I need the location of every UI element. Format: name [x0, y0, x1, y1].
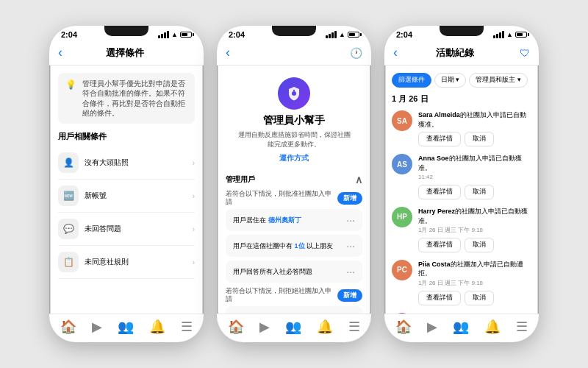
filter-btn-criteria[interactable]: 篩選條件 — [392, 73, 431, 88]
approve-header-text: 若符合以下情況，則批准社團加入申請 — [226, 190, 337, 206]
bottom-nav-home-1[interactable]: 🏠 — [60, 319, 76, 335]
filter-date-label: 日期 ▾ — [441, 76, 459, 85]
cancel-sara[interactable]: 取消 — [465, 132, 494, 146]
bottom-nav-menu-1[interactable]: ☰ — [181, 319, 193, 335]
date-section-label: 1 月 26 日 — [392, 93, 531, 105]
condition-label-photo: 沒有大頭貼照 — [85, 158, 193, 168]
assistant-icon — [278, 77, 310, 110]
wifi-icon-2: ▲ — [339, 31, 345, 38]
condition-label-newaccount: 新帳號 — [85, 191, 193, 201]
condition-icon-norules: 📋 — [58, 252, 79, 272]
activity-body-harry: Harry Perez的社團加入申請已自動獲准。1月 26 日 週三 下午 9:… — [418, 207, 531, 252]
bottom-nav-bell-1[interactable]: 🔔 — [149, 319, 165, 335]
reject-add-btn[interactable]: 新增 — [337, 289, 362, 302]
battery-icon-2 — [348, 32, 359, 38]
page-title-3: 活動紀錄 — [404, 46, 506, 60]
bottom-nav-play-1[interactable]: ▶ — [92, 319, 102, 335]
filter-criteria-label: 篩選條件 — [398, 76, 425, 85]
back-button-2[interactable]: ‹ — [226, 45, 230, 60]
condition-label-norules: 未同意社規則 — [85, 257, 193, 267]
back-button-3[interactable]: ‹ — [393, 45, 398, 60]
info-icon-1: 💡 — [65, 79, 76, 90]
rule-item-noanswer: 用戶尚未回答所有入社必答問題 ··· — [226, 306, 362, 314]
filter-admin-label: 管理員和版主 ▾ — [476, 76, 520, 85]
bottom-nav-bell-3[interactable]: 🔔 — [484, 319, 501, 335]
content-2: 管理員小幫手 運用自動反應措施節省時間，保證社團能完成更多動作。 運作方式 管理… — [217, 66, 371, 314]
rule-text-answer: 用戶回答所有入社必答問題 — [233, 267, 346, 277]
bottom-nav-groups-2[interactable]: 👥 — [285, 319, 301, 335]
filter-btn-admin[interactable]: 管理員和版主 ▾ — [469, 73, 527, 88]
view-detail-sara[interactable]: 查看詳情 — [418, 132, 461, 146]
activity-item-anna: AS Anna Soe的社團加入申請已自動獲准。11:42 查看詳情 取消 — [392, 154, 531, 199]
rule-menu-location[interactable]: ··· — [346, 214, 355, 226]
activity-body-sara: Sara Almeida的社團加入申請已自動獲准。 查看詳情 取消 — [418, 110, 531, 146]
page-title-1: 選擇條件 — [68, 46, 182, 60]
condition-item-photo[interactable]: 👤 沒有大頭貼照 › — [58, 146, 195, 180]
status-icons-3: ▲ — [493, 31, 527, 38]
nav-bar-1: ‹ 選擇條件 — [49, 40, 204, 66]
condition-icon-photo: 👤 — [58, 152, 79, 173]
section-toggle[interactable]: ∧ — [355, 174, 362, 185]
condition-icon-newaccount: 🆕 — [58, 185, 79, 206]
avatar-anna: AS — [392, 154, 412, 174]
activity-actions-piia: 查看詳情 取消 — [418, 291, 531, 305]
assistant-action-btn[interactable]: 運作方式 — [279, 153, 309, 163]
rule-menu-answer[interactable]: ··· — [346, 266, 355, 277]
rule-item-location: 用戶居住在 德州奧斯丁 ··· — [226, 209, 362, 231]
bottom-nav-bell-2[interactable]: 🔔 — [317, 319, 333, 335]
rules-section-header: 管理用戶 ∧ — [226, 169, 362, 190]
bottom-nav-groups-3[interactable]: 👥 — [453, 319, 469, 335]
view-detail-harry[interactable]: 查看詳情 — [418, 238, 461, 252]
activity-body-piia: Piia Costa的社團加入申請已自動遭拒。1月 26 日 週三 下午 9:1… — [418, 260, 531, 305]
clock-icon-2[interactable]: 🕐 — [350, 47, 362, 59]
content-3: 篩選條件 日期 ▾ 管理員和版主 ▾ 1 月 26 日 SA Sara Alme… — [384, 66, 539, 314]
phone-2: 2:04 ▲ ‹ 🕐 — [217, 26, 371, 342]
section-title-1: 用戶相關條件 — [58, 131, 195, 142]
rule-menu-friends[interactable]: ··· — [346, 240, 355, 252]
bottom-nav-menu-2[interactable]: ☰ — [348, 319, 360, 335]
assistant-title: 管理員小幫手 — [263, 114, 325, 127]
bottom-nav-groups-1[interactable]: 👥 — [118, 319, 134, 335]
activity-item-piia: PC Piia Costa的社團加入申請已自動遭拒。1月 26 日 週三 下午 … — [392, 260, 531, 305]
info-text-1: 管理員小幫手優先比對申請是否符合自動批准的條件。如果不符合條件，再比對是否符合自… — [82, 79, 187, 118]
chevron-photo: › — [193, 159, 195, 167]
view-detail-anna[interactable]: 查看詳情 — [418, 185, 461, 199]
bottom-nav-3: 🏠 ▶ 👥 🔔 ☰ — [384, 314, 539, 342]
wifi-icon-3: ▲ — [506, 31, 513, 38]
chevron-unanswered: › — [193, 225, 195, 233]
cancel-anna[interactable]: 取消 — [465, 185, 494, 199]
bottom-nav-home-2[interactable]: 🏠 — [228, 319, 244, 335]
assistant-header: 管理員小幫手 運用自動反應措施節省時間，保證社團能完成更多動作。 運作方式 — [226, 70, 362, 169]
cancel-harry[interactable]: 取消 — [465, 238, 494, 252]
svg-point-0 — [292, 91, 296, 96]
info-box-1: 💡 管理員小幫手優先比對申請是否符合自動批准的條件。如果不符合條件，再比對是否符… — [58, 73, 195, 124]
activity-text-sara: Sara Almeida的社團加入申請已自動獲准。 — [418, 110, 531, 129]
content-1: 💡 管理員小幫手優先比對申請是否符合自動批准的條件。如果不符合條件，再比對是否符… — [49, 66, 204, 314]
cancel-piia[interactable]: 取消 — [465, 291, 494, 305]
status-time-3: 2:04 — [396, 30, 412, 39]
chevron-norules: › — [193, 258, 195, 266]
bottom-nav-2: 🏠 ▶ 👥 🔔 ☰ — [217, 314, 371, 342]
bottom-nav-play-2[interactable]: ▶ — [259, 319, 270, 335]
condition-item-norules[interactable]: 📋 未同意社規則 › — [58, 246, 195, 279]
activity-actions-anna: 查看詳情 取消 — [418, 185, 531, 199]
signal-bars-2 — [326, 31, 337, 38]
svg-point-1 — [293, 90, 295, 91]
view-detail-piia[interactable]: 查看詳情 — [418, 291, 461, 305]
rule-item-friends: 用戶在這個社團中有 1位 以上朋友 ··· — [226, 235, 362, 257]
shield-star-icon — [286, 85, 302, 102]
condition-item-unanswered[interactable]: 💬 未回答問題 › — [58, 213, 195, 246]
rules-section-manage: 管理用戶 ∧ 若符合以下情況，則批准社團加入申請 新增 用戶居住在 德州奧斯丁 … — [226, 169, 362, 314]
nav-bar-2: ‹ 🕐 — [217, 40, 371, 66]
condition-item-newaccount[interactable]: 🆕 新帳號 › — [58, 180, 195, 213]
bottom-nav-play-3[interactable]: ▶ — [427, 319, 437, 335]
bottom-nav-menu-3[interactable]: ☰ — [516, 319, 528, 335]
approve-add-btn[interactable]: 新增 — [337, 192, 362, 205]
chevron-newaccount: › — [193, 192, 195, 200]
bottom-nav-home-3[interactable]: 🏠 — [395, 319, 412, 335]
filter-btn-date[interactable]: 日期 ▾ — [434, 73, 466, 88]
conditions-list-1: 👤 沒有大頭貼照 › 🆕 新帳號 › 💬 未回答問題 › 📋 未同意社規則 › — [58, 146, 195, 279]
back-button-1[interactable]: ‹ — [58, 45, 62, 60]
reject-header-text: 若符合以下情況，則拒絕社團加入申請 — [226, 287, 337, 303]
rule-item-answer: 用戶回答所有入社必答問題 ··· — [226, 261, 362, 283]
